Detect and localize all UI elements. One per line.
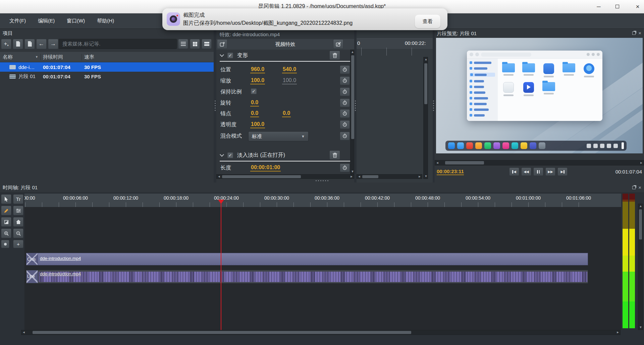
video-fade-in-handle[interactable]: Cros	[26, 253, 38, 265]
scroll-right-icon[interactable]: ►	[639, 161, 644, 165]
view-detail-button[interactable]	[178, 39, 188, 49]
filter-fade-header[interactable]: ✓ 淡入淡出 (正在打开)	[216, 150, 354, 160]
column-duration[interactable]: 持续时间	[41, 54, 82, 60]
keyframes-horizontal-scrollbar[interactable]: ◄ ►	[357, 174, 422, 179]
edit-tool-button[interactable]	[1, 206, 11, 215]
position-y-field[interactable]: 540.0	[282, 66, 297, 73]
home-button[interactable]	[13, 217, 23, 227]
scroll-up-icon[interactable]: ▲	[638, 204, 643, 208]
keyframe-button[interactable]	[340, 98, 350, 107]
open-file-button[interactable]	[24, 39, 35, 49]
blend-mode-select[interactable]: 标准▼	[248, 131, 309, 141]
add-media-button[interactable]: +▾	[1, 39, 11, 49]
table-row[interactable]: dde-i… 00:01:07:04 30 FPS	[0, 62, 214, 72]
scroll-right-icon[interactable]: ►	[349, 175, 354, 179]
scroll-right-icon[interactable]: ►	[615, 330, 620, 335]
skip-to-end-button[interactable]: ▶	[557, 167, 568, 176]
column-rate[interactable]: 速率	[82, 54, 214, 60]
add-filter-button[interactable]	[217, 39, 227, 49]
view-icons-button[interactable]	[190, 39, 200, 49]
skip-to-start-button[interactable]: ◀	[509, 167, 519, 176]
undo-button[interactable]: ←	[36, 39, 47, 49]
view-list-button[interactable]	[202, 39, 212, 49]
scroll-left-icon[interactable]: ◄	[217, 175, 221, 179]
copy-filters-button[interactable]	[333, 39, 343, 49]
scroll-left-icon[interactable]: ◄	[357, 175, 362, 179]
rewind-button[interactable]: ◀◀	[521, 167, 531, 176]
keep-ratio-checkbox[interactable]: ✓	[251, 88, 257, 94]
splitter-handle[interactable]	[432, 29, 435, 183]
keyframe-button[interactable]	[340, 87, 350, 96]
snap-button[interactable]	[1, 217, 11, 227]
keyframes-vertical-scrollbar[interactable]: ▲ ▼	[423, 57, 428, 179]
timeline-vertical-scrollbar[interactable]: ▲ ▼	[638, 204, 643, 330]
anchor-y-field[interactable]: 0.0	[282, 110, 291, 117]
timeline-tracks-area[interactable]: Cros dde-introduction.mp4 Line dde-intro…	[24, 207, 621, 330]
zoom-in-button[interactable]	[1, 228, 11, 238]
keyframe-button[interactable]	[340, 163, 350, 172]
delete-filter-button[interactable]	[329, 150, 340, 160]
table-row[interactable]: 片段 01 00:01:07:04 30 FPS	[0, 72, 214, 81]
anchor-x-field[interactable]: 0.0	[250, 110, 259, 117]
float-dock-icon[interactable]	[632, 31, 636, 35]
pause-button[interactable]	[533, 167, 543, 176]
filter-enabled-checkbox[interactable]: ✓	[227, 152, 233, 158]
position-x-field[interactable]: 960.0	[250, 66, 265, 73]
minimize-button[interactable]: ─	[594, 3, 603, 11]
chevron-down-icon[interactable]	[220, 53, 224, 57]
scroll-down-icon[interactable]: ▼	[638, 325, 643, 330]
scale-x-field[interactable]: 100.0	[250, 77, 265, 84]
record-button[interactable]	[1, 240, 9, 248]
maximize-button[interactable]	[613, 3, 622, 11]
keyframe-button[interactable]	[340, 120, 350, 129]
redo-button[interactable]: →	[48, 39, 58, 49]
filter-transform-header[interactable]: ✓ 变形	[216, 50, 354, 60]
splitter-handle[interactable]	[354, 29, 357, 183]
current-position-field[interactable]: 00:00:23:11	[437, 168, 464, 175]
add-track-button[interactable]: +	[13, 240, 23, 248]
close-dock-icon[interactable]: ×	[638, 31, 641, 35]
keyframe-button[interactable]	[340, 132, 350, 140]
text-tool-button[interactable]: Tr	[13, 194, 23, 204]
close-button[interactable]: ×	[633, 3, 642, 11]
scroll-down-icon[interactable]: ▼	[424, 174, 428, 179]
float-dock-icon[interactable]	[632, 186, 636, 189]
mixer-button[interactable]	[13, 206, 23, 215]
delete-filter-button[interactable]	[329, 51, 340, 60]
notification-view-button[interactable]: 查看	[415, 15, 440, 28]
scroll-up-icon[interactable]: ▲	[424, 57, 428, 62]
select-tool-button[interactable]	[1, 194, 11, 204]
video-clip[interactable]: Cros dde-introduction.mp4	[26, 253, 588, 265]
zoom-out-button[interactable]	[13, 228, 23, 238]
audio-clip[interactable]: Line dde-introduction.mp4	[26, 270, 588, 283]
chevron-down-icon[interactable]	[220, 152, 224, 157]
search-input[interactable]: 搜索媒体,标记等.	[59, 39, 177, 49]
scroll-left-icon[interactable]: ◄	[435, 161, 440, 165]
scroll-right-icon[interactable]: ►	[417, 175, 422, 179]
audio-fade-in-handle[interactable]: Line	[26, 270, 38, 283]
preview-scrub-bar[interactable]: ◄ ►	[435, 160, 644, 165]
rotation-field[interactable]: 0.0	[250, 99, 259, 107]
scroll-left-icon[interactable]: ◄	[21, 330, 26, 335]
timeline-ruler[interactable]: 00:00 00:00:06:00 00:00:12:00 00:00:18:0…	[24, 194, 621, 207]
video-preview[interactable]	[436, 38, 643, 153]
splitter-handle[interactable]	[214, 29, 216, 183]
new-file-button[interactable]	[13, 39, 23, 49]
keyframe-button[interactable]	[340, 109, 350, 118]
fade-length-field[interactable]: 00:00:01:00	[250, 164, 281, 171]
keyframe-button[interactable]	[340, 76, 350, 85]
keyframe-button[interactable]	[340, 65, 350, 74]
timeline-horizontal-scrollbar[interactable]: ◄ ►	[21, 330, 621, 335]
opacity-field[interactable]: 100.0	[250, 121, 265, 128]
menu-edit[interactable]: 编辑(E)	[33, 16, 59, 26]
filter-enabled-checkbox[interactable]: ✓	[227, 53, 233, 58]
column-name[interactable]: 名称▼	[0, 54, 41, 60]
menu-help[interactable]: 帮助(H)	[92, 16, 119, 26]
filters-horizontal-scrollbar[interactable]: ◄ ►	[216, 174, 354, 179]
menu-file[interactable]: 文件(F)	[5, 16, 31, 26]
splitter-handle[interactable]	[315, 179, 329, 182]
menu-window[interactable]: 窗口(W)	[62, 16, 90, 26]
close-dock-icon[interactable]: ×	[638, 186, 641, 189]
screenshot-notification[interactable]: 截图完成 图片已保存到/home/uos/Desktop/截图_kungang_…	[162, 8, 447, 30]
fast-forward-button[interactable]: ▶▶	[545, 167, 555, 176]
